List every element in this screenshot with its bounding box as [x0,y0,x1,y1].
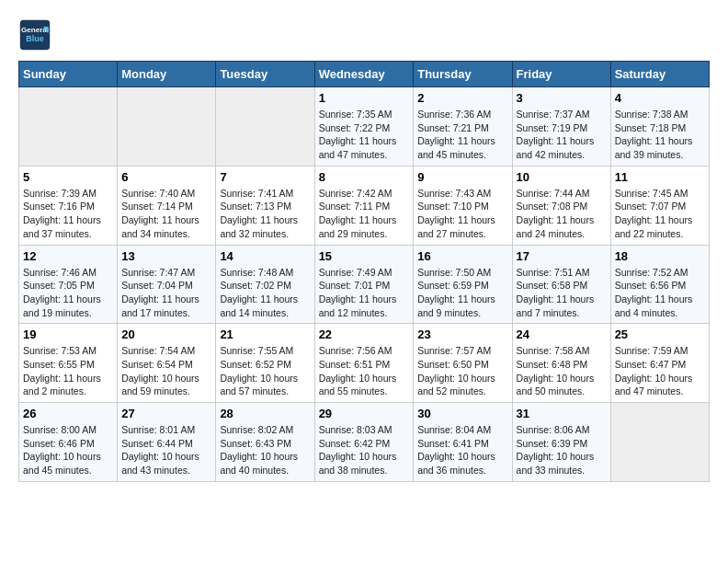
day-info: Sunrise: 8:01 AM Sunset: 6:44 PM Dayligh… [121,423,211,477]
calendar-header: SundayMondayTuesdayWednesdayThursdayFrid… [19,62,710,87]
calendar-cell: 15Sunrise: 7:49 AM Sunset: 7:01 PM Dayli… [314,245,414,324]
day-number: 19 [23,327,113,341]
calendar-cell: 29Sunrise: 8:03 AM Sunset: 6:42 PM Dayli… [314,403,414,482]
day-info: Sunrise: 7:46 AM Sunset: 7:05 PM Dayligh… [23,266,113,320]
day-number: 9 [417,170,507,184]
calendar-cell: 26Sunrise: 8:00 AM Sunset: 6:46 PM Dayli… [19,403,118,482]
day-number: 23 [417,327,507,341]
day-info: Sunrise: 7:54 AM Sunset: 6:54 PM Dayligh… [121,344,211,398]
logo: General Blue [18,18,51,52]
calendar-cell: 9Sunrise: 7:43 AM Sunset: 7:10 PM Daylig… [414,166,512,245]
day-number: 13 [121,249,211,263]
calendar-cell: 12Sunrise: 7:46 AM Sunset: 7:05 PM Dayli… [19,245,118,324]
day-number: 22 [319,327,410,341]
calendar-cell: 27Sunrise: 8:01 AM Sunset: 6:44 PM Dayli… [118,403,216,482]
day-number: 28 [220,407,310,420]
day-number: 8 [319,170,410,184]
calendar-week-1: 1Sunrise: 7:35 AM Sunset: 7:22 PM Daylig… [19,87,710,167]
weekday-header-sunday: Sunday [19,62,118,87]
calendar-week-2: 5Sunrise: 7:39 AM Sunset: 7:16 PM Daylig… [19,166,710,245]
calendar-cell: 16Sunrise: 7:50 AM Sunset: 6:59 PM Dayli… [414,245,512,324]
day-number: 6 [121,170,211,184]
calendar-cell: 20Sunrise: 7:54 AM Sunset: 6:54 PM Dayli… [118,324,216,403]
calendar-cell: 25Sunrise: 7:59 AM Sunset: 6:47 PM Dayli… [610,324,709,403]
calendar-cell: 10Sunrise: 7:44 AM Sunset: 7:08 PM Dayli… [512,166,610,245]
day-info: Sunrise: 7:47 AM Sunset: 7:04 PM Dayligh… [121,266,211,320]
calendar-table: SundayMondayTuesdayWednesdayThursdayFrid… [18,61,710,482]
calendar-cell: 5Sunrise: 7:39 AM Sunset: 7:16 PM Daylig… [19,166,118,245]
calendar-cell: 24Sunrise: 7:58 AM Sunset: 6:48 PM Dayli… [512,324,610,403]
day-info: Sunrise: 7:51 AM Sunset: 6:58 PM Dayligh… [517,266,607,320]
day-info: Sunrise: 7:56 AM Sunset: 6:51 PM Dayligh… [319,344,410,398]
weekday-header-monday: Monday [118,62,216,87]
calendar-cell [610,403,709,482]
day-info: Sunrise: 7:43 AM Sunset: 7:10 PM Dayligh… [417,187,507,241]
calendar-cell: 17Sunrise: 7:51 AM Sunset: 6:58 PM Dayli… [512,245,610,324]
day-info: Sunrise: 7:39 AM Sunset: 7:16 PM Dayligh… [23,187,113,241]
day-number: 7 [220,170,310,184]
calendar-cell [118,87,216,167]
calendar-week-5: 26Sunrise: 8:00 AM Sunset: 6:46 PM Dayli… [19,403,710,482]
day-info: Sunrise: 7:58 AM Sunset: 6:48 PM Dayligh… [517,344,607,398]
day-number: 10 [517,170,607,184]
day-number: 27 [121,407,211,420]
day-info: Sunrise: 7:55 AM Sunset: 6:52 PM Dayligh… [220,344,310,398]
calendar-cell: 23Sunrise: 7:57 AM Sunset: 6:50 PM Dayli… [414,324,512,403]
calendar-cell: 2Sunrise: 7:36 AM Sunset: 7:21 PM Daylig… [414,87,512,167]
page-header: General Blue [18,18,710,52]
calendar-cell: 30Sunrise: 8:04 AM Sunset: 6:41 PM Dayli… [414,403,512,482]
calendar-cell: 4Sunrise: 7:38 AM Sunset: 7:18 PM Daylig… [610,87,709,167]
calendar-body: 1Sunrise: 7:35 AM Sunset: 7:22 PM Daylig… [19,87,710,482]
svg-text:Blue: Blue [26,34,44,43]
calendar-cell [19,87,118,167]
day-info: Sunrise: 7:38 AM Sunset: 7:18 PM Dayligh… [615,108,705,162]
weekday-header-saturday: Saturday [610,62,709,87]
day-number: 30 [417,407,507,420]
calendar-cell: 28Sunrise: 8:02 AM Sunset: 6:43 PM Dayli… [216,403,314,482]
day-number: 24 [517,327,607,341]
logo-icon: General Blue [18,18,51,52]
calendar-cell: 7Sunrise: 7:41 AM Sunset: 7:13 PM Daylig… [216,166,314,245]
calendar-cell: 1Sunrise: 7:35 AM Sunset: 7:22 PM Daylig… [314,87,414,167]
calendar-cell: 13Sunrise: 7:47 AM Sunset: 7:04 PM Dayli… [118,245,216,324]
calendar-cell: 11Sunrise: 7:45 AM Sunset: 7:07 PM Dayli… [610,166,709,245]
day-number: 21 [220,327,310,341]
day-info: Sunrise: 7:53 AM Sunset: 6:55 PM Dayligh… [23,344,113,398]
calendar-cell: 6Sunrise: 7:40 AM Sunset: 7:14 PM Daylig… [118,166,216,245]
day-number: 2 [417,91,507,105]
day-info: Sunrise: 7:35 AM Sunset: 7:22 PM Dayligh… [319,108,410,162]
day-number: 26 [23,407,113,420]
day-info: Sunrise: 7:45 AM Sunset: 7:07 PM Dayligh… [615,187,705,241]
calendar-week-3: 12Sunrise: 7:46 AM Sunset: 7:05 PM Dayli… [19,245,710,324]
day-info: Sunrise: 8:03 AM Sunset: 6:42 PM Dayligh… [319,423,410,477]
day-number: 20 [121,327,211,341]
day-info: Sunrise: 8:00 AM Sunset: 6:46 PM Dayligh… [23,423,113,477]
day-info: Sunrise: 8:06 AM Sunset: 6:39 PM Dayligh… [517,423,607,477]
day-number: 18 [615,249,705,263]
weekday-header-wednesday: Wednesday [314,62,414,87]
day-info: Sunrise: 7:36 AM Sunset: 7:21 PM Dayligh… [417,108,507,162]
calendar-cell: 21Sunrise: 7:55 AM Sunset: 6:52 PM Dayli… [216,324,314,403]
calendar-cell: 18Sunrise: 7:52 AM Sunset: 6:56 PM Dayli… [610,245,709,324]
weekday-header-friday: Friday [512,62,610,87]
day-number: 4 [615,91,705,105]
calendar-cell [216,87,314,167]
weekday-header-tuesday: Tuesday [216,62,314,87]
calendar-cell: 22Sunrise: 7:56 AM Sunset: 6:51 PM Dayli… [314,324,414,403]
calendar-cell: 31Sunrise: 8:06 AM Sunset: 6:39 PM Dayli… [512,403,610,482]
day-info: Sunrise: 7:37 AM Sunset: 7:19 PM Dayligh… [517,108,607,162]
day-number: 3 [517,91,607,105]
day-info: Sunrise: 7:44 AM Sunset: 7:08 PM Dayligh… [517,187,607,241]
calendar-cell: 8Sunrise: 7:42 AM Sunset: 7:11 PM Daylig… [314,166,414,245]
day-info: Sunrise: 7:42 AM Sunset: 7:11 PM Dayligh… [319,187,410,241]
calendar-cell: 3Sunrise: 7:37 AM Sunset: 7:19 PM Daylig… [512,87,610,167]
day-number: 25 [615,327,705,341]
day-info: Sunrise: 8:02 AM Sunset: 6:43 PM Dayligh… [220,423,310,477]
day-number: 1 [319,91,410,105]
day-info: Sunrise: 7:40 AM Sunset: 7:14 PM Dayligh… [121,187,211,241]
calendar-cell: 14Sunrise: 7:48 AM Sunset: 7:02 PM Dayli… [216,245,314,324]
day-number: 12 [23,249,113,263]
day-number: 15 [319,249,410,263]
day-number: 5 [23,170,113,184]
day-info: Sunrise: 7:59 AM Sunset: 6:47 PM Dayligh… [615,344,705,398]
